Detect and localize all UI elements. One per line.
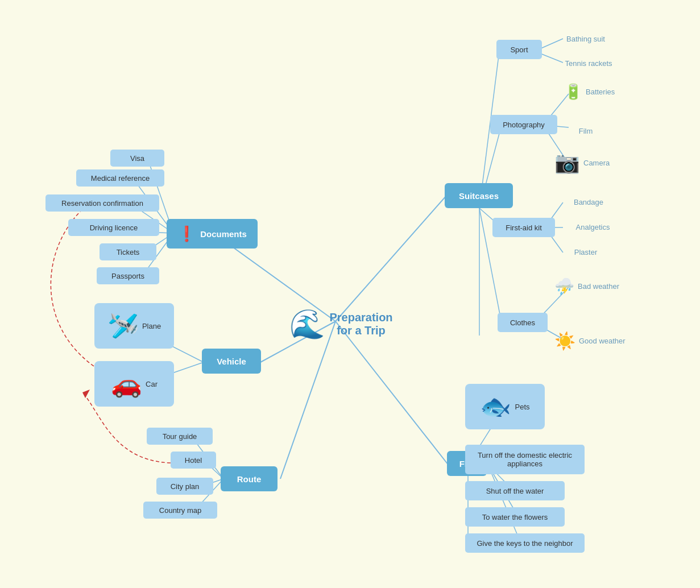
- photo-camera: 📷 Camera: [554, 151, 610, 175]
- sport-tennis: Tennis rackets: [549, 55, 628, 72]
- doc-reservation: Reservation confirmation: [45, 194, 159, 212]
- doc-visa: Visa: [110, 150, 164, 167]
- photo-batteries: 🔋 Batteries: [564, 83, 615, 101]
- sport-bathing: Bathing suit: [549, 30, 623, 47]
- clothes-badweather: ⛈️ Bad weather: [554, 277, 619, 296]
- plane-node: 🛩️ Plane: [94, 303, 174, 349]
- route-tourguide: Tour guide: [147, 428, 213, 445]
- svg-marker-39: [82, 390, 90, 398]
- photography-node: Photography: [490, 115, 557, 134]
- clothes-goodweather: ☀️ Good weather: [554, 331, 626, 351]
- center-node: 🌊 Preparation for a Trip: [290, 301, 392, 347]
- route-node: Route: [221, 466, 277, 491]
- doc-tickets: Tickets: [100, 243, 156, 260]
- doc-passports: Passports: [97, 267, 159, 284]
- flat-electric: Turn off the domestic electric appliance…: [465, 445, 585, 474]
- photo-film: Film: [563, 122, 608, 139]
- doc-driving: Driving licence: [68, 219, 159, 236]
- firstaid-plaster: Plaster: [563, 243, 608, 260]
- suitcases-node: Suitcases: [445, 183, 513, 208]
- vehicle-node: Vehicle: [202, 349, 261, 374]
- doc-medical: Medical reference: [76, 169, 164, 187]
- route-hotel: Hotel: [171, 452, 216, 469]
- firstaid-bandage: Bandage: [563, 193, 614, 210]
- documents-label: Documents: [200, 229, 247, 239]
- clothes-node: Clothes: [498, 313, 548, 332]
- flat-shutwater: Shut off the water: [465, 481, 565, 500]
- route-countrymap: Country map: [143, 502, 217, 519]
- flat-givekeys: Give the keys to the neighbor: [465, 533, 585, 553]
- sport-node: Sport: [496, 40, 542, 59]
- firstaid-analgetics: Analgetics: [563, 218, 623, 235]
- pets-node: 🐟 Pets: [465, 384, 545, 429]
- car-node: 🚗 Car: [94, 361, 174, 407]
- documents-node: ❗ Documents: [167, 219, 258, 249]
- flat-waterflowers: To water the flowers: [465, 507, 565, 527]
- route-cityplan: City plan: [156, 478, 213, 495]
- firstaid-node: First-aid kit: [492, 218, 555, 237]
- center-label: Preparation for a Trip: [329, 311, 392, 337]
